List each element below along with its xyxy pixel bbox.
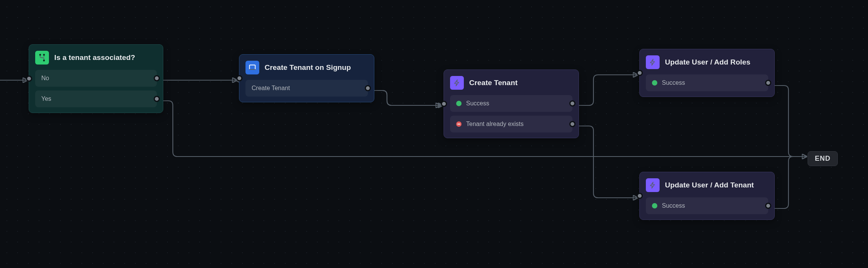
node-condition[interactable]: Is a tenant associated? No Yes	[29, 44, 163, 113]
form-icon	[245, 61, 259, 74]
output-success[interactable]: Success	[646, 74, 768, 91]
output-port[interactable]	[765, 80, 771, 86]
branch-icon	[35, 51, 49, 65]
input-port[interactable]	[236, 75, 242, 81]
output-label: Create Tenant	[252, 85, 290, 92]
input-port[interactable]	[637, 193, 643, 199]
node-update-roles[interactable]: Update User / Add Roles Success	[639, 49, 775, 97]
output-label: Tenant already exists	[466, 121, 523, 128]
node-title: Update User / Add Tenant	[665, 181, 754, 189]
output-success[interactable]: Success	[646, 197, 768, 214]
output-port[interactable]	[154, 96, 160, 102]
output-success[interactable]: Success	[450, 95, 572, 112]
output-create-tenant[interactable]: Create Tenant	[245, 80, 368, 97]
input-port[interactable]	[637, 70, 643, 76]
output-label: Success	[662, 202, 685, 209]
success-icon	[652, 203, 657, 208]
canvas-dot-grid	[0, 0, 868, 268]
end-label: END	[815, 155, 831, 162]
end-node[interactable]: END	[808, 151, 838, 166]
branch-option-label: No	[41, 75, 49, 82]
success-icon	[652, 80, 657, 86]
node-title: Is a tenant associated?	[54, 53, 135, 62]
node-signup-form[interactable]: Create Tenant on Signup Create Tenant	[239, 54, 374, 102]
branch-option-label: Yes	[41, 95, 51, 102]
output-label: Success	[662, 79, 685, 86]
output-port[interactable]	[765, 203, 771, 209]
output-port[interactable]	[154, 75, 160, 81]
output-tenant-exists[interactable]: Tenant already exists	[450, 116, 572, 132]
svg-point-0	[40, 54, 41, 55]
input-port[interactable]	[26, 76, 32, 82]
node-title: Update User / Add Roles	[665, 58, 750, 66]
bolt-icon	[646, 178, 660, 192]
node-create-tenant[interactable]: Create Tenant Success Tenant already exi…	[444, 69, 579, 138]
svg-rect-3	[250, 65, 255, 69]
node-update-tenant[interactable]: Update User / Add Tenant Success	[639, 172, 775, 220]
output-port[interactable]	[569, 121, 575, 127]
branch-option-yes[interactable]: Yes	[35, 90, 157, 107]
success-icon	[456, 101, 462, 106]
svg-point-1	[44, 54, 45, 55]
output-port[interactable]	[365, 85, 371, 91]
svg-point-2	[44, 60, 45, 61]
input-port[interactable]	[441, 101, 447, 107]
output-label: Success	[466, 100, 489, 107]
branch-option-no[interactable]: No	[35, 70, 157, 87]
bolt-icon	[646, 55, 660, 69]
node-title: Create Tenant on Signup	[265, 63, 351, 72]
error-icon	[456, 121, 462, 127]
bolt-icon	[450, 76, 464, 90]
node-title: Create Tenant	[469, 79, 518, 87]
output-port[interactable]	[569, 100, 575, 107]
